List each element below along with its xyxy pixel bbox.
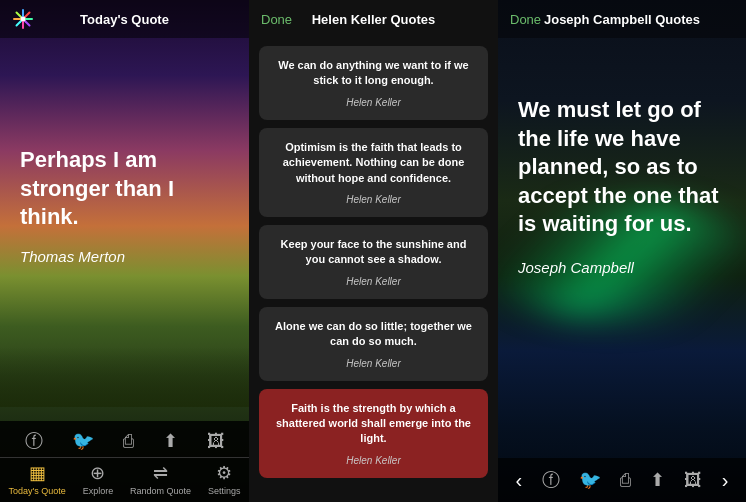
screen3-title: Joseph Campbell Quotes [544,12,700,27]
ground-overlay [0,347,249,407]
screen2-done-button[interactable]: Done [261,12,292,27]
quote-author-2: Helen Keller [273,194,474,205]
svg-line-6 [26,22,30,26]
quote-text-5: Faith is the strength by which a shatter… [273,401,474,447]
screen3-quote-area: We must let go of the life we have plann… [498,80,746,292]
facebook-icon[interactable]: ⓕ [25,429,43,453]
screen3-quote-text: We must let go of the life we have plann… [518,96,726,239]
screen2-topbar: Done Helen Keller Quotes [249,0,498,38]
share-icon-s3-2[interactable]: ⬆ [650,469,665,491]
random-icon: ⇌ [153,462,168,484]
facebook-icon-s3[interactable]: ⓕ [542,468,560,492]
screen3-done-button[interactable]: Done [510,12,541,27]
tab-explore[interactable]: ⊕ Explore [83,462,114,496]
tab-settings[interactable]: ⚙ Settings [208,462,241,496]
quote-text-4: Alone we can do so little; together we c… [273,319,474,350]
screen3-bottom-bar: ‹ ⓕ 🐦 ⎙ ⬆ 🖼 › [498,458,746,502]
quote-card-2[interactable]: Optimism is the faith that leads to achi… [259,128,488,217]
quote-author-5: Helen Keller [273,455,474,466]
screen1-author: Thomas Merton [20,248,229,265]
tab-today-label: Today's Quote [8,486,65,496]
screen3-topbar: Done Joseph Campbell Quotes [498,0,746,38]
screen2-title: Helen Keller Quotes [312,12,436,27]
quote-text-3: Keep your face to the sunshine and you c… [273,237,474,268]
screen1-topbar: Today's Quote [0,0,249,38]
quote-card-1[interactable]: We can do anything we want to if we stic… [259,46,488,120]
tab-settings-label: Settings [208,486,241,496]
quotes-list: We can do anything we want to if we stic… [249,38,498,486]
quote-card-4[interactable]: Alone we can do so little; together we c… [259,307,488,381]
screen-helen-keller: Done Helen Keller Quotes We can do anyth… [249,0,498,502]
screen1-quote-text: Perhaps I am stronger than I think. [20,146,229,232]
svg-line-7 [26,13,30,17]
screen-joseph-campbell: Done Joseph Campbell Quotes We must let … [498,0,746,502]
share-icon-2[interactable]: ⬆ [163,430,178,452]
explore-icon: ⊕ [90,462,105,484]
screen1-tabs: ▦ Today's Quote ⊕ Explore ⇌ Random Quote… [0,458,249,502]
screen1-bottom-bar: ⓕ 🐦 ⎙ ⬆ 🖼 ▦ Today's Quote ⊕ Explore ⇌ Ra… [0,421,249,502]
screen1-quote-area: Perhaps I am stronger than I think. Thom… [0,130,249,281]
app-logo [12,8,34,30]
screen1-share-icons: ⓕ 🐦 ⎙ ⬆ 🖼 [0,421,249,458]
prev-arrow-icon[interactable]: ‹ [516,469,523,492]
svg-line-8 [17,22,21,26]
tab-today-quote[interactable]: ▦ Today's Quote [8,462,65,496]
tab-random[interactable]: ⇌ Random Quote [130,462,191,496]
share-icon-s3-1[interactable]: ⎙ [620,470,631,491]
quote-author-4: Helen Keller [273,358,474,369]
screen-today-quote: Today's Quote Perhaps I am stronger than… [0,0,249,502]
quote-text-2: Optimism is the faith that leads to achi… [273,140,474,186]
quote-text-1: We can do anything we want to if we stic… [273,58,474,89]
twitter-icon[interactable]: 🐦 [72,430,94,452]
svg-line-5 [17,13,21,17]
quote-author-3: Helen Keller [273,276,474,287]
tab-random-label: Random Quote [130,486,191,496]
today-quote-icon: ▦ [29,462,46,484]
twitter-icon-s3[interactable]: 🐦 [579,469,601,491]
settings-icon: ⚙ [216,462,232,484]
quote-author-1: Helen Keller [273,97,474,108]
quote-card-3[interactable]: Keep your face to the sunshine and you c… [259,225,488,299]
image-icon[interactable]: 🖼 [207,431,225,452]
image-icon-s3[interactable]: 🖼 [684,470,702,491]
share-icon-1[interactable]: ⎙ [123,431,134,452]
next-arrow-icon[interactable]: › [722,469,729,492]
screen3-author: Joseph Campbell [518,259,726,276]
screen1-title: Today's Quote [80,12,169,27]
quote-card-5[interactable]: Faith is the strength by which a shatter… [259,389,488,478]
tab-explore-label: Explore [83,486,114,496]
